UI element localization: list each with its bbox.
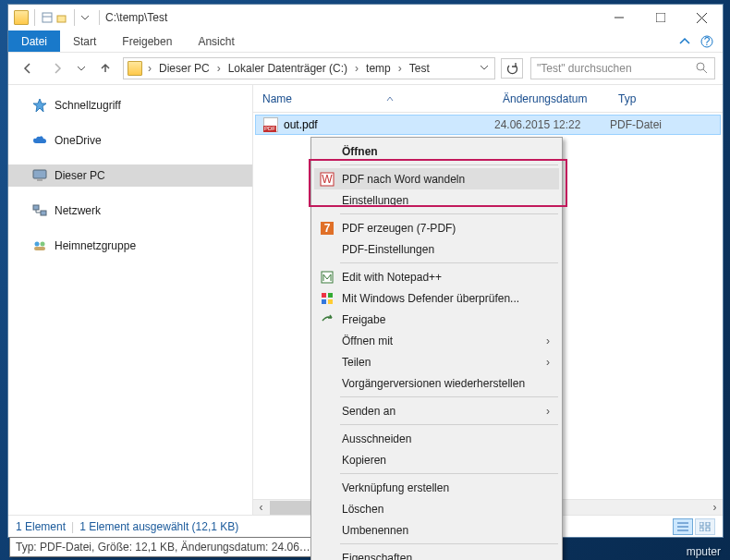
menu-item[interactable]: Mit Windows Defender überprüfen...	[314, 287, 559, 309]
details-view-button[interactable]	[673, 518, 693, 535]
svg-rect-12	[33, 170, 46, 178]
pc-icon	[32, 168, 47, 183]
minimize-button[interactable]	[598, 5, 639, 30]
crumb-temp[interactable]: temp	[362, 62, 395, 75]
back-button[interactable]	[16, 56, 40, 80]
crumb-test[interactable]: Test	[406, 62, 433, 75]
sidebar-item-onedrive[interactable]: OneDrive	[8, 129, 252, 152]
chevron-right-icon[interactable]: ›	[146, 62, 153, 75]
crumb-pc[interactable]: Dieser PC	[155, 62, 213, 75]
sidebar-item-label: Netzwerk	[55, 204, 101, 217]
address-dropdown-icon[interactable]	[476, 62, 493, 75]
scroll-left-icon[interactable]: ‹	[253, 501, 269, 514]
svg-rect-24	[700, 528, 703, 531]
scroll-right-icon[interactable]: ›	[707, 501, 723, 514]
menu-item-label: PDF-Einstellungen	[342, 243, 434, 256]
folder-icon	[14, 10, 29, 25]
expand-ribbon-icon[interactable]	[678, 35, 691, 48]
tab-start[interactable]: Start	[60, 30, 109, 52]
menu-item-label: Mit Windows Defender überprüfen...	[342, 292, 519, 305]
svg-text:7: 7	[324, 222, 331, 235]
menu-item-label: PDF erzeugen (7-PDF)	[342, 222, 456, 235]
column-date[interactable]: Änderungsdatum	[493, 92, 609, 105]
context-menu: ÖffnenWPDF nach Word wandelnEinstellunge…	[310, 137, 563, 560]
menu-item[interactable]: WPDF nach Word wandeln	[314, 168, 559, 189]
menu-item[interactable]: Verknüpfung erstellen	[314, 477, 559, 498]
menu-item-label: Verknüpfung erstellen	[342, 481, 449, 494]
network-icon	[32, 203, 47, 218]
menu-item[interactable]: Einstellungen	[314, 189, 559, 211]
menu-item[interactable]: Teilen›	[314, 351, 559, 372]
sidebar-item-dieser-pc[interactable]: Dieser PC	[8, 164, 252, 187]
close-button[interactable]	[681, 5, 723, 30]
svg-rect-25	[706, 528, 710, 531]
menu-item-label: Öffnen	[342, 145, 378, 158]
new-folder-icon[interactable]	[55, 11, 68, 24]
menu-item[interactable]: PDF-Einstellungen	[314, 238, 559, 260]
svg-rect-14	[33, 205, 39, 210]
menu-separator	[340, 164, 558, 165]
tab-file[interactable]: Datei	[8, 30, 60, 52]
separator	[34, 9, 35, 26]
view-switcher	[673, 518, 715, 535]
forward-button[interactable]	[45, 56, 69, 80]
ribbon: Datei Start Freigeben Ansicht ?	[8, 30, 723, 53]
menu-item-label: Einstellungen	[342, 194, 408, 207]
titlebar: C:\temp\Test	[8, 5, 723, 30]
menu-item[interactable]: Umbenennen	[314, 519, 559, 541]
recent-dropdown[interactable]	[75, 56, 88, 80]
menu-separator	[340, 424, 558, 425]
menu-item[interactable]: 7PDF erzeugen (7-PDF)	[314, 217, 559, 238]
separator: |	[71, 520, 74, 533]
column-headers: Name Änderungsdatum Typ	[253, 85, 723, 113]
svg-point-17	[41, 242, 45, 247]
cloud-icon	[32, 133, 47, 148]
menu-item[interactable]: Eigenschaften	[314, 547, 559, 560]
menu-item[interactable]: Freigabe	[314, 309, 559, 330]
file-name: out.pdf	[284, 118, 318, 131]
search-input[interactable]: "Test" durchsuchen	[530, 57, 715, 79]
sidebar-item-schnellzugriff[interactable]: Schnellzugriff	[8, 94, 252, 116]
sidebar-item-label: OneDrive	[55, 134, 102, 147]
menu-item[interactable]: Öffnen	[314, 140, 559, 162]
sidebar-item-label: Heimnetzgruppe	[55, 239, 136, 252]
window-controls	[598, 5, 723, 30]
menu-item[interactable]: Vorgängerversionen wiederherstellen	[314, 372, 559, 394]
properties-icon[interactable]	[41, 11, 54, 24]
column-name[interactable]: Name	[253, 92, 493, 105]
icons-view-button[interactable]	[695, 518, 715, 535]
file-row[interactable]: out.pdf 24.06.2015 12:22 PDF-Datei	[255, 115, 721, 135]
star-icon	[32, 98, 47, 113]
menu-item[interactable]: Ausschneiden	[314, 428, 559, 449]
maximize-button[interactable]	[639, 5, 681, 30]
tab-share[interactable]: Freigeben	[109, 30, 185, 52]
menu-item[interactable]: Edit with Notepad++	[314, 266, 559, 287]
help-icon[interactable]: ?	[700, 35, 713, 48]
column-type[interactable]: Typ	[609, 92, 723, 105]
refresh-button[interactable]	[501, 58, 523, 79]
sidebar-item-label: Schnellzugriff	[55, 99, 121, 112]
menu-item[interactable]: Kopieren	[314, 449, 559, 470]
search-icon	[696, 62, 709, 75]
sidebar-item-heimnetzgruppe[interactable]: Heimnetzgruppe	[8, 235, 252, 257]
up-button[interactable]	[93, 56, 117, 80]
menu-item[interactable]: Senden an›	[314, 400, 559, 421]
share-icon	[320, 312, 335, 327]
chevron-right-icon[interactable]: ›	[215, 62, 223, 75]
svg-rect-18	[34, 247, 45, 250]
chevron-right-icon[interactable]: ›	[353, 62, 360, 75]
address-bar[interactable]: › Dieser PC › Lokaler Datenträger (C:) ›…	[123, 57, 495, 79]
crumb-drive[interactable]: Lokaler Datenträger (C:)	[225, 62, 351, 75]
submenu-arrow-icon: ›	[546, 356, 550, 369]
menu-item[interactable]: Öffnen mit›	[314, 330, 559, 351]
qat-dropdown-icon[interactable]	[80, 13, 90, 22]
window-title: C:\temp\Test	[100, 11, 598, 24]
sidebar-item-netzwerk[interactable]: Netzwerk	[8, 200, 252, 222]
menu-separator	[340, 473, 558, 474]
npp-icon	[320, 270, 335, 285]
tab-view[interactable]: Ansicht	[185, 30, 247, 52]
homegroup-icon	[32, 238, 47, 253]
chevron-right-icon[interactable]: ›	[396, 62, 404, 75]
menu-item[interactable]: Löschen	[314, 498, 559, 519]
sort-asc-icon	[385, 94, 395, 103]
